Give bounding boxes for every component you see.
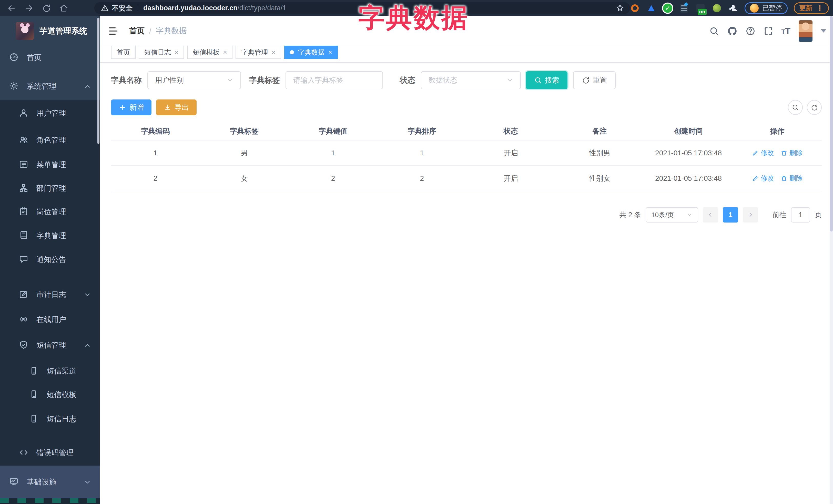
cell-created: 2021-01-05 17:03:48 xyxy=(644,149,733,157)
sidebar-item-error-codes[interactable]: 错误码管理 xyxy=(0,441,100,465)
dict-name-select[interactable]: 用户性别 xyxy=(147,71,241,89)
logo-image xyxy=(16,22,34,40)
sidebar-item-notices[interactable]: 通知公告 xyxy=(0,248,100,271)
export-button[interactable]: 导出 xyxy=(156,99,197,115)
browser-menu-icon[interactable]: ⋮ xyxy=(816,4,824,12)
sidebar-item-roles[interactable]: 角色管理 xyxy=(0,128,100,152)
search-icon[interactable] xyxy=(709,26,719,36)
sidebar-item-audit-log[interactable]: 审计日志 xyxy=(0,283,100,307)
table-row: 1 男 1 1 开启 性别男 2021-01-05 17:03:48 修改 删除 xyxy=(111,141,822,166)
sidebar-bottom-strip xyxy=(0,498,100,503)
edit-link[interactable]: 修改 xyxy=(752,148,774,158)
page-size-select[interactable]: 10条/页 xyxy=(646,207,698,222)
search-button[interactable]: 搜索 xyxy=(526,71,568,89)
sidebar-item-label: 首页 xyxy=(27,52,42,63)
profile-paused-badge[interactable]: 已暂停 xyxy=(744,2,788,14)
sidebar-item-infrastructure[interactable]: 基础设施 xyxy=(0,471,100,494)
page-scrollbar-thumb[interactable] xyxy=(830,16,833,232)
sidebar-item-posts[interactable]: 岗位管理 xyxy=(0,200,100,224)
delete-link[interactable]: 删除 xyxy=(781,148,803,158)
users-icon xyxy=(19,135,29,145)
monitor-icon xyxy=(9,477,20,487)
font-size-icon[interactable]: TT xyxy=(782,26,790,36)
home-icon[interactable] xyxy=(60,4,68,13)
avatar[interactable] xyxy=(799,20,812,42)
back-icon[interactable] xyxy=(7,4,16,13)
chevron-up-icon xyxy=(84,82,91,90)
export-button-label: 导出 xyxy=(174,102,189,112)
sidebar-item-sms-log[interactable]: 短信日志 xyxy=(0,407,100,431)
forward-icon[interactable] xyxy=(25,4,33,13)
app-logo[interactable]: 芋道管理系统 xyxy=(0,16,100,46)
tab-sms-log[interactable]: 短信日志 × xyxy=(139,46,184,59)
sidebar-item-system[interactable]: 系统管理 xyxy=(0,75,100,98)
next-page-button[interactable] xyxy=(743,207,758,222)
select-arrow-icon xyxy=(506,77,513,83)
sidebar-item-sms-channel[interactable]: 短信渠道 xyxy=(0,359,100,383)
sidebar-item-home[interactable]: 首页 xyxy=(0,46,100,70)
hide-search-button[interactable] xyxy=(788,100,803,115)
add-button[interactable]: 新增 xyxy=(111,99,151,115)
reset-button[interactable]: 重置 xyxy=(573,71,616,89)
breadcrumb-separator: / xyxy=(149,27,151,35)
extensions-puzzle-icon[interactable] xyxy=(728,3,738,13)
extension-leaf-icon[interactable] xyxy=(712,3,722,13)
prev-page-button[interactable] xyxy=(703,207,718,222)
status-placeholder: 数据状态 xyxy=(429,75,457,85)
extension-on-icon[interactable] xyxy=(695,3,706,13)
pagination-total: 共 2 条 xyxy=(619,210,641,219)
status-label: 状态 xyxy=(400,75,415,86)
dict-name-label: 字典名称 xyxy=(111,75,142,86)
close-icon[interactable]: × xyxy=(271,49,275,56)
add-button-label: 新增 xyxy=(129,102,144,112)
close-icon[interactable]: × xyxy=(174,49,178,56)
sidebar-item-sms[interactable]: 短信管理 xyxy=(0,334,100,357)
tab-home[interactable]: 首页 xyxy=(111,46,136,59)
fullscreen-icon[interactable] xyxy=(764,26,773,36)
current-page-button[interactable]: 1 xyxy=(723,207,738,222)
caret-down-icon[interactable] xyxy=(821,29,826,32)
close-icon[interactable]: × xyxy=(223,49,227,56)
refresh-button[interactable] xyxy=(807,100,822,115)
extension-green-check-icon[interactable]: ✓ xyxy=(663,3,673,13)
goto-page-input[interactable] xyxy=(791,207,810,222)
tab-dict-data[interactable]: 字典数据 × xyxy=(284,46,338,59)
help-icon[interactable] xyxy=(745,26,755,36)
status-select[interactable]: 数据状态 xyxy=(421,71,521,89)
breadcrumb-home[interactable]: 首页 xyxy=(129,26,145,36)
sidebar-fold-icon[interactable] xyxy=(108,26,118,37)
col-dict-value: 字典键值 xyxy=(289,126,378,136)
extension-sliders-icon[interactable] xyxy=(679,3,689,13)
edit-link-label: 修改 xyxy=(761,148,774,158)
dict-label-input[interactable] xyxy=(286,72,382,89)
update-badge[interactable]: 更新 ⋮ xyxy=(794,2,829,14)
delete-link-label: 删除 xyxy=(789,148,803,158)
tab-label: 短信日志 xyxy=(144,48,171,57)
extension-blue-icon[interactable] xyxy=(646,3,657,13)
tab-label: 首页 xyxy=(117,48,130,57)
annotation-title: 字典数据 xyxy=(358,1,469,35)
sidebar-item-dict[interactable]: 字典管理 xyxy=(0,224,100,248)
search-form: 字典名称 用户性别 字典标签 状态 数据状态 搜索 xyxy=(111,71,833,89)
tab-label: 字典管理 xyxy=(241,48,268,57)
sidebar-item-online-users[interactable]: 在线用户 xyxy=(0,308,100,332)
tab-dict-manage[interactable]: 字典管理 × xyxy=(236,46,281,59)
not-secure-label: 不安全 xyxy=(112,4,133,13)
delete-link[interactable]: 删除 xyxy=(781,174,803,183)
sidebar-scrollbar[interactable] xyxy=(97,18,99,144)
sidebar-item-users[interactable]: 用户管理 xyxy=(0,101,100,125)
sidebar-item-label: 基础设施 xyxy=(27,477,56,487)
close-icon[interactable]: × xyxy=(328,49,332,56)
sidebar-item-departments[interactable]: 部门管理 xyxy=(0,177,100,200)
extension-orange-icon[interactable] xyxy=(630,3,640,13)
reload-icon[interactable] xyxy=(42,4,51,13)
bookmark-star-icon[interactable] xyxy=(616,4,624,12)
github-icon[interactable] xyxy=(727,26,737,36)
sidebar-item-sms-template[interactable]: 短信模板 xyxy=(0,383,100,407)
edit-link[interactable]: 修改 xyxy=(752,174,774,183)
sidebar-item-menus[interactable]: 菜单管理 xyxy=(0,153,100,177)
main-area: 首页 / 字典数据 TT 首页 短信日志 × xyxy=(100,16,833,504)
user-icon xyxy=(19,108,29,118)
edit-link-label: 修改 xyxy=(761,174,774,183)
tab-sms-template[interactable]: 短信模板 × xyxy=(187,46,233,59)
